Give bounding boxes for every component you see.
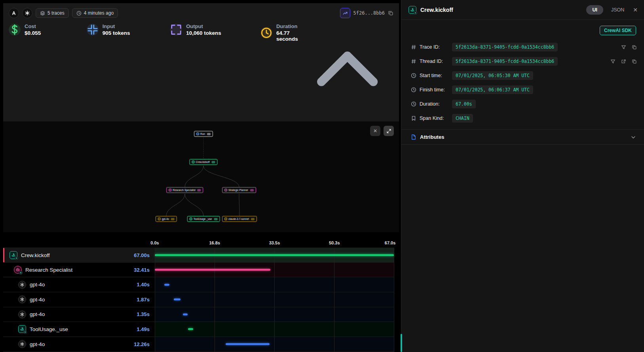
axis-tick: 0.0s — [150, 240, 159, 245]
graph-close-button[interactable]: ✕ — [370, 126, 380, 136]
row-track — [155, 307, 394, 322]
stat-label: Input — [103, 23, 130, 29]
detail-field-start-time: Start time:07/01/2025, 06:05:30 AM UTC — [401, 68, 644, 83]
clock-icon — [410, 87, 416, 93]
openai-icon — [18, 340, 26, 348]
sdk-badge: CrewAI SDK — [600, 26, 636, 35]
stat-label: Duration — [276, 23, 301, 29]
span-duration: 1.35s — [137, 311, 155, 317]
openai-logo-icon — [22, 8, 32, 18]
agent-icon — [14, 266, 22, 274]
graph-node-strategic[interactable]: Strategic Planner — [222, 187, 256, 193]
duration-bar[interactable] — [226, 343, 270, 345]
node-icon — [192, 161, 195, 163]
field-value[interactable]: 5f2613da-8371-9405-fcdd-0a1534cc8bb6 — [452, 43, 558, 51]
stat-value: $0.055 — [25, 30, 41, 36]
duration-bar[interactable] — [188, 328, 193, 330]
stat-label: Output — [186, 23, 221, 29]
trace-summary-panel: 5 traces 4 minutes ago 5f26...8bb6 Cost$… — [3, 3, 399, 121]
duration-bar[interactable] — [183, 313, 188, 315]
close-panel-button[interactable]: ✕ — [633, 7, 638, 13]
node-badge — [250, 189, 254, 191]
field-value[interactable]: 07/01/2025, 06:05:30 AM UTC — [452, 71, 533, 80]
trace-graph-panel: RunCrew.kickoffResearch SpecialistStrate… — [3, 121, 399, 232]
span-name: gpt-4o — [30, 282, 45, 288]
attributes-section-toggle[interactable]: Attributes — [401, 129, 644, 145]
collapse-stats-button[interactable] — [301, 23, 393, 116]
node-icon — [224, 189, 227, 191]
stat-value: 905 tokens — [103, 30, 130, 36]
expand4-icon — [170, 24, 182, 36]
row-label: Research Specialist32.41s — [3, 263, 155, 277]
timeline-row[interactable]: gpt-4o12.26s — [3, 337, 394, 352]
field-value[interactable]: 67.00s — [452, 100, 476, 108]
funnel-button[interactable] — [621, 45, 626, 50]
axis-tick: 16.8s — [209, 240, 220, 245]
node-badge — [211, 161, 215, 163]
tab-ui[interactable]: UI — [586, 5, 603, 15]
crewai-icon — [408, 6, 416, 14]
row-track — [155, 292, 394, 307]
openai-icon — [18, 310, 26, 318]
node-label: gpt-4o — [162, 218, 169, 220]
graph-expand-button[interactable] — [384, 126, 394, 136]
timeline-row[interactable]: Crew.kickoff67.00s — [3, 248, 394, 263]
field-value[interactable]: CHAIN — [452, 114, 473, 123]
graph-node-claude[interactable]: claude-3.7-sonnet — [222, 216, 257, 222]
timeline-row[interactable]: gpt-4o1.40s — [3, 277, 394, 292]
stats-row: Cost$0.055Input905 tokensOutput10,060 to… — [9, 20, 393, 116]
field-label: Thread ID: — [420, 59, 449, 64]
stat-value: 10,060 tokens — [186, 30, 221, 36]
scrollbar-thumb[interactable] — [401, 334, 402, 352]
graph-node-tool[interactable]: ToolUsage._use — [187, 216, 220, 222]
copy-button[interactable] — [632, 45, 637, 50]
duration-bar[interactable] — [155, 269, 270, 271]
graph-node-research[interactable]: Research Specialist — [166, 187, 203, 193]
external-link-icon — [621, 59, 626, 64]
detail-field-thread-id: Thread ID:5f2613da-8371-9405-fcdd-0a1534… — [401, 54, 644, 68]
row-track — [155, 277, 394, 292]
openai-icon — [18, 281, 26, 289]
row-track — [155, 337, 394, 352]
row-label: gpt-4o1.87s — [3, 292, 155, 307]
field-label: Start time: — [420, 73, 449, 78]
agentops-badge-icon — [15, 256, 18, 260]
node-label: Crew.kickoff — [196, 161, 210, 163]
bookmark-icon — [410, 115, 416, 121]
tab-json[interactable]: JSON — [607, 5, 628, 15]
trend-button[interactable] — [340, 8, 350, 18]
stat-input: Input905 tokens — [87, 23, 170, 36]
timeline-row[interactable]: Research Specialist32.41s — [3, 263, 394, 278]
traces-count-badge[interactable]: 5 traces — [36, 8, 69, 18]
crewai-icon — [9, 251, 17, 259]
span-detail-panel: Crew.kickoff UI JSON ✕ CrewAI SDK Trace … — [401, 0, 644, 352]
timeline-row[interactable]: gpt-4o1.35s — [3, 307, 394, 322]
graph-node-gpt[interactable]: gpt-4o — [156, 216, 177, 222]
field-value[interactable]: 5f2613da-8371-9405-fcdd-0a1534cc8bb6 — [452, 57, 558, 66]
node-label: claude-3.7-sonnet — [228, 218, 249, 220]
row-label: gpt-4o1.35s — [3, 307, 155, 322]
node-label: Research Specialist — [173, 189, 195, 191]
trace-id-short: 5f26...8bb6 — [353, 10, 385, 16]
duration-bar[interactable] — [164, 284, 169, 286]
node-icon — [158, 218, 161, 220]
graph-node-run[interactable]: Run — [194, 131, 213, 137]
duration-bar[interactable] — [174, 299, 180, 301]
external-button[interactable] — [621, 59, 626, 64]
axis-tick: 50.3s — [329, 240, 340, 245]
duration-bar[interactable] — [155, 254, 394, 256]
timeline-row[interactable]: gpt-4o1.87s — [3, 292, 394, 307]
detail-panel-title: Crew.kickoff — [420, 7, 453, 13]
copy-trace-id-button[interactable] — [388, 10, 393, 16]
row-track — [155, 263, 394, 277]
copy-button[interactable] — [632, 59, 637, 64]
row-track — [155, 322, 394, 337]
funnel-button[interactable] — [610, 59, 616, 64]
graph-node-crew[interactable]: Crew.kickoff — [190, 159, 218, 165]
field-label: Finish time: — [420, 87, 449, 93]
field-value[interactable]: 07/01/2025, 06:06:37 AM UTC — [452, 85, 533, 94]
clock-icon — [410, 101, 416, 107]
detail-view-tabs: UI JSON ✕ — [586, 5, 638, 15]
traces-count-label: 5 traces — [47, 10, 65, 16]
timeline-row[interactable]: ToolUsage._use1.49s — [3, 322, 394, 337]
